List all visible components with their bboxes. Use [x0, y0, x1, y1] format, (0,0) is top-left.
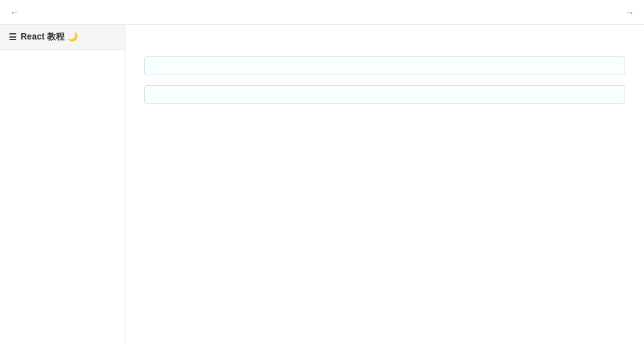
- sidebar: ☰ React 教程 🌙: [0, 25, 125, 343]
- next-link[interactable]: →: [621, 8, 634, 18]
- sidebar-title: React 教程 🌙: [21, 31, 78, 43]
- menu-icon: ☰: [9, 32, 17, 42]
- prev-link[interactable]: ←: [10, 8, 23, 18]
- code-block-1: [144, 56, 625, 75]
- arrow-right-icon: →: [625, 8, 634, 18]
- main-content-area: [125, 25, 644, 343]
- main-layout: ☰ React 教程 🌙: [0, 25, 644, 343]
- sidebar-header: ☰ React 教程 🌙: [0, 25, 125, 50]
- top-navigation: ← →: [0, 0, 644, 25]
- code-block-2: [144, 85, 625, 104]
- arrow-left-icon: ←: [10, 8, 19, 18]
